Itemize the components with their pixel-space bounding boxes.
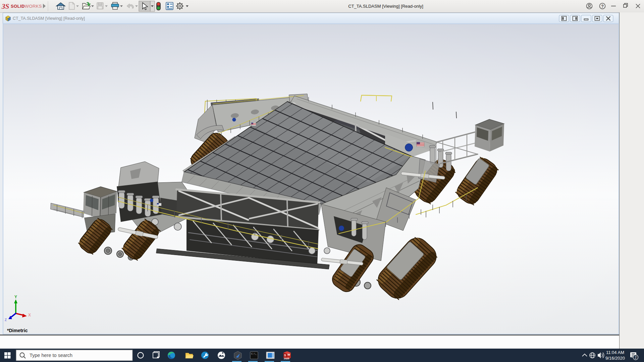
svg-text:2: 2 [635,356,637,359]
svg-text:9/16/2020: 9/16/2020 [605,356,625,361]
svg-text:Z: Z [5,318,7,322]
svg-text:SOLIDWORKS: SOLIDWORKS [11,4,42,9]
svg-text:*Dimetric: *Dimetric [7,328,28,333]
svg-text:ЗS: ЗS [1,2,9,10]
svg-text:11:04 AM: 11:04 AM [606,350,624,355]
svg-text:2020: 2020 [284,357,289,360]
svg-text:X: X [28,313,31,317]
svg-text:CT_TA.SLDASM [Viewing] [Read-o: CT_TA.SLDASM [Viewing] [Read-only] [348,4,423,9]
svg-text:?: ? [601,4,604,9]
svg-text:S: S [284,354,286,357]
svg-text:CT_TA.SLDASM [Viewing] [Read-o: CT_TA.SLDASM [Viewing] [Read-only] [13,16,85,21]
svg-text:Y: Y [14,295,17,299]
svg-text:Type here to search: Type here to search [30,353,72,358]
svg-text:W: W [287,353,290,356]
svg-text:C:\_: C:\_ [251,353,257,355]
